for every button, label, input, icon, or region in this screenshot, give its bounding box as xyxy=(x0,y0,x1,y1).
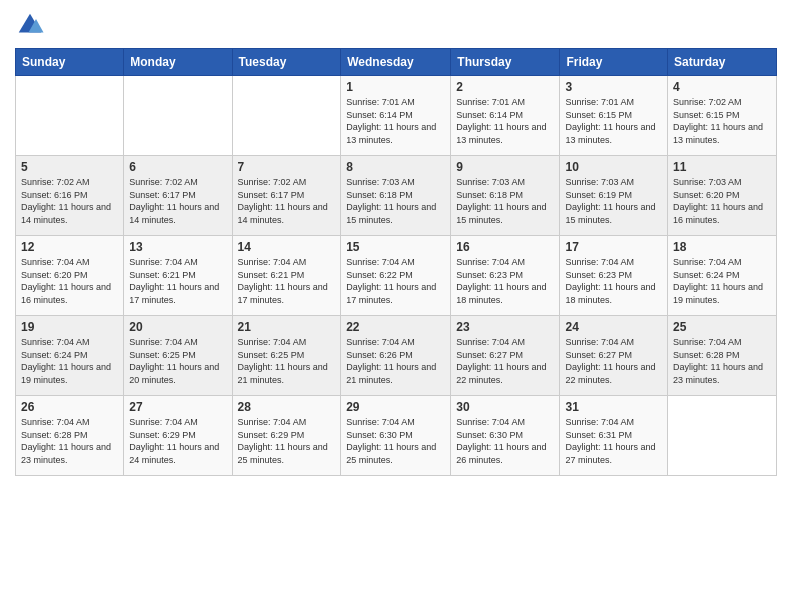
day-info: Sunrise: 7:02 AMSunset: 6:15 PMDaylight:… xyxy=(673,96,771,146)
day-info: Sunrise: 7:04 AMSunset: 6:23 PMDaylight:… xyxy=(565,256,662,306)
calendar-week-row: 26Sunrise: 7:04 AMSunset: 6:28 PMDayligh… xyxy=(16,396,777,476)
calendar-cell: 16Sunrise: 7:04 AMSunset: 6:23 PMDayligh… xyxy=(451,236,560,316)
calendar-cell: 17Sunrise: 7:04 AMSunset: 6:23 PMDayligh… xyxy=(560,236,668,316)
day-info: Sunrise: 7:02 AMSunset: 6:16 PMDaylight:… xyxy=(21,176,118,226)
day-number: 30 xyxy=(456,400,554,414)
day-number: 15 xyxy=(346,240,445,254)
day-info: Sunrise: 7:01 AMSunset: 6:14 PMDaylight:… xyxy=(456,96,554,146)
day-info: Sunrise: 7:04 AMSunset: 6:30 PMDaylight:… xyxy=(346,416,445,466)
day-info: Sunrise: 7:02 AMSunset: 6:17 PMDaylight:… xyxy=(238,176,336,226)
day-number: 8 xyxy=(346,160,445,174)
day-info: Sunrise: 7:04 AMSunset: 6:27 PMDaylight:… xyxy=(565,336,662,386)
day-info: Sunrise: 7:02 AMSunset: 6:17 PMDaylight:… xyxy=(129,176,226,226)
logo xyxy=(15,10,49,40)
calendar-cell xyxy=(124,76,232,156)
calendar-cell: 9Sunrise: 7:03 AMSunset: 6:18 PMDaylight… xyxy=(451,156,560,236)
calendar-cell: 28Sunrise: 7:04 AMSunset: 6:29 PMDayligh… xyxy=(232,396,341,476)
calendar-week-row: 5Sunrise: 7:02 AMSunset: 6:16 PMDaylight… xyxy=(16,156,777,236)
day-info: Sunrise: 7:03 AMSunset: 6:19 PMDaylight:… xyxy=(565,176,662,226)
day-number: 20 xyxy=(129,320,226,334)
calendar-cell: 23Sunrise: 7:04 AMSunset: 6:27 PMDayligh… xyxy=(451,316,560,396)
calendar-cell: 15Sunrise: 7:04 AMSunset: 6:22 PMDayligh… xyxy=(341,236,451,316)
day-info: Sunrise: 7:04 AMSunset: 6:28 PMDaylight:… xyxy=(21,416,118,466)
calendar-cell: 20Sunrise: 7:04 AMSunset: 6:25 PMDayligh… xyxy=(124,316,232,396)
calendar-cell xyxy=(16,76,124,156)
day-number: 13 xyxy=(129,240,226,254)
calendar-cell: 1Sunrise: 7:01 AMSunset: 6:14 PMDaylight… xyxy=(341,76,451,156)
calendar-week-row: 19Sunrise: 7:04 AMSunset: 6:24 PMDayligh… xyxy=(16,316,777,396)
day-info: Sunrise: 7:04 AMSunset: 6:25 PMDaylight:… xyxy=(238,336,336,386)
day-number: 26 xyxy=(21,400,118,414)
day-number: 11 xyxy=(673,160,771,174)
calendar-cell: 19Sunrise: 7:04 AMSunset: 6:24 PMDayligh… xyxy=(16,316,124,396)
day-number: 24 xyxy=(565,320,662,334)
calendar-cell: 21Sunrise: 7:04 AMSunset: 6:25 PMDayligh… xyxy=(232,316,341,396)
day-number: 12 xyxy=(21,240,118,254)
day-number: 1 xyxy=(346,80,445,94)
calendar-cell xyxy=(668,396,777,476)
calendar-cell: 10Sunrise: 7:03 AMSunset: 6:19 PMDayligh… xyxy=(560,156,668,236)
day-number: 3 xyxy=(565,80,662,94)
day-number: 16 xyxy=(456,240,554,254)
day-info: Sunrise: 7:04 AMSunset: 6:31 PMDaylight:… xyxy=(565,416,662,466)
weekday-header: Thursday xyxy=(451,49,560,76)
weekday-header: Tuesday xyxy=(232,49,341,76)
day-info: Sunrise: 7:04 AMSunset: 6:24 PMDaylight:… xyxy=(673,256,771,306)
calendar-cell: 26Sunrise: 7:04 AMSunset: 6:28 PMDayligh… xyxy=(16,396,124,476)
weekday-header: Wednesday xyxy=(341,49,451,76)
day-info: Sunrise: 7:03 AMSunset: 6:18 PMDaylight:… xyxy=(456,176,554,226)
page: SundayMondayTuesdayWednesdayThursdayFrid… xyxy=(0,0,792,612)
day-number: 6 xyxy=(129,160,226,174)
day-info: Sunrise: 7:01 AMSunset: 6:15 PMDaylight:… xyxy=(565,96,662,146)
calendar-cell: 11Sunrise: 7:03 AMSunset: 6:20 PMDayligh… xyxy=(668,156,777,236)
weekday-header: Monday xyxy=(124,49,232,76)
day-number: 10 xyxy=(565,160,662,174)
day-number: 5 xyxy=(21,160,118,174)
calendar-cell: 13Sunrise: 7:04 AMSunset: 6:21 PMDayligh… xyxy=(124,236,232,316)
day-number: 2 xyxy=(456,80,554,94)
calendar-week-row: 12Sunrise: 7:04 AMSunset: 6:20 PMDayligh… xyxy=(16,236,777,316)
day-info: Sunrise: 7:04 AMSunset: 6:22 PMDaylight:… xyxy=(346,256,445,306)
day-number: 23 xyxy=(456,320,554,334)
day-info: Sunrise: 7:04 AMSunset: 6:29 PMDaylight:… xyxy=(238,416,336,466)
day-info: Sunrise: 7:04 AMSunset: 6:27 PMDaylight:… xyxy=(456,336,554,386)
calendar-cell: 8Sunrise: 7:03 AMSunset: 6:18 PMDaylight… xyxy=(341,156,451,236)
calendar-cell: 3Sunrise: 7:01 AMSunset: 6:15 PMDaylight… xyxy=(560,76,668,156)
day-info: Sunrise: 7:04 AMSunset: 6:20 PMDaylight:… xyxy=(21,256,118,306)
weekday-header: Saturday xyxy=(668,49,777,76)
day-info: Sunrise: 7:03 AMSunset: 6:18 PMDaylight:… xyxy=(346,176,445,226)
day-number: 4 xyxy=(673,80,771,94)
calendar: SundayMondayTuesdayWednesdayThursdayFrid… xyxy=(15,48,777,476)
day-info: Sunrise: 7:04 AMSunset: 6:23 PMDaylight:… xyxy=(456,256,554,306)
day-number: 18 xyxy=(673,240,771,254)
day-number: 31 xyxy=(565,400,662,414)
calendar-cell: 24Sunrise: 7:04 AMSunset: 6:27 PMDayligh… xyxy=(560,316,668,396)
calendar-cell: 31Sunrise: 7:04 AMSunset: 6:31 PMDayligh… xyxy=(560,396,668,476)
weekday-header-row: SundayMondayTuesdayWednesdayThursdayFrid… xyxy=(16,49,777,76)
calendar-cell: 27Sunrise: 7:04 AMSunset: 6:29 PMDayligh… xyxy=(124,396,232,476)
calendar-cell: 4Sunrise: 7:02 AMSunset: 6:15 PMDaylight… xyxy=(668,76,777,156)
day-number: 17 xyxy=(565,240,662,254)
day-number: 19 xyxy=(21,320,118,334)
calendar-cell: 30Sunrise: 7:04 AMSunset: 6:30 PMDayligh… xyxy=(451,396,560,476)
day-info: Sunrise: 7:04 AMSunset: 6:24 PMDaylight:… xyxy=(21,336,118,386)
weekday-header: Sunday xyxy=(16,49,124,76)
calendar-cell: 2Sunrise: 7:01 AMSunset: 6:14 PMDaylight… xyxy=(451,76,560,156)
day-info: Sunrise: 7:04 AMSunset: 6:30 PMDaylight:… xyxy=(456,416,554,466)
day-info: Sunrise: 7:04 AMSunset: 6:25 PMDaylight:… xyxy=(129,336,226,386)
day-info: Sunrise: 7:04 AMSunset: 6:21 PMDaylight:… xyxy=(238,256,336,306)
calendar-cell: 6Sunrise: 7:02 AMSunset: 6:17 PMDaylight… xyxy=(124,156,232,236)
calendar-cell: 25Sunrise: 7:04 AMSunset: 6:28 PMDayligh… xyxy=(668,316,777,396)
day-number: 22 xyxy=(346,320,445,334)
calendar-cell: 7Sunrise: 7:02 AMSunset: 6:17 PMDaylight… xyxy=(232,156,341,236)
calendar-cell: 5Sunrise: 7:02 AMSunset: 6:16 PMDaylight… xyxy=(16,156,124,236)
calendar-week-row: 1Sunrise: 7:01 AMSunset: 6:14 PMDaylight… xyxy=(16,76,777,156)
day-info: Sunrise: 7:04 AMSunset: 6:21 PMDaylight:… xyxy=(129,256,226,306)
header xyxy=(15,10,777,40)
day-number: 28 xyxy=(238,400,336,414)
calendar-cell: 22Sunrise: 7:04 AMSunset: 6:26 PMDayligh… xyxy=(341,316,451,396)
day-number: 7 xyxy=(238,160,336,174)
day-number: 25 xyxy=(673,320,771,334)
day-info: Sunrise: 7:03 AMSunset: 6:20 PMDaylight:… xyxy=(673,176,771,226)
calendar-cell: 18Sunrise: 7:04 AMSunset: 6:24 PMDayligh… xyxy=(668,236,777,316)
